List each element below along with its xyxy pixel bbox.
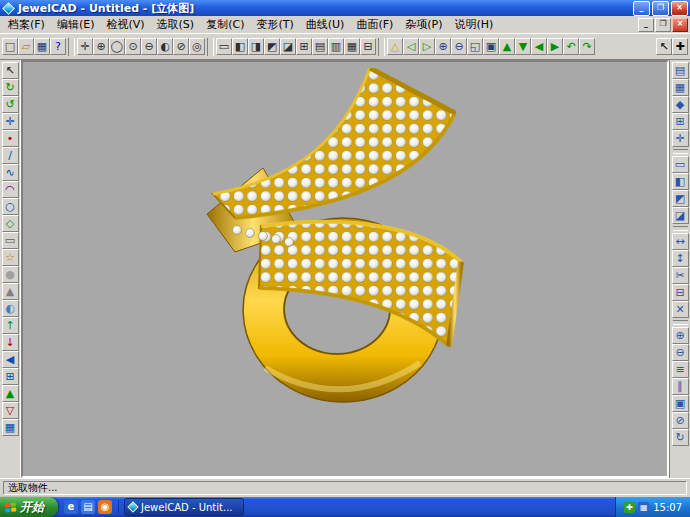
measure-icon[interactable]: ↔ bbox=[672, 233, 689, 250]
viewport-top-icon[interactable]: ◩ bbox=[264, 38, 280, 55]
view-3d-icon[interactable]: ◪ bbox=[672, 207, 689, 224]
surface-tool-icon[interactable]: ◐ bbox=[2, 300, 19, 317]
dimension-icon[interactable]: ↕ bbox=[672, 250, 689, 267]
zoom-extents-icon[interactable]: ▣ bbox=[483, 38, 499, 55]
viewport-right-icon[interactable]: ◨ bbox=[248, 38, 264, 55]
zoom-window-icon[interactable]: ◱ bbox=[467, 38, 483, 55]
snap-cursor-icon[interactable]: ✚ bbox=[672, 38, 688, 55]
center-object-icon[interactable]: ⊙ bbox=[125, 38, 141, 55]
menu-view[interactable]: 检视(V) bbox=[100, 16, 150, 33]
reduce-view-icon[interactable]: ⊖ bbox=[141, 38, 157, 55]
circle-tool-icon[interactable]: ○ bbox=[2, 198, 19, 215]
rotate-cw-tool-icon[interactable]: ↻ bbox=[2, 79, 19, 96]
viewport-3d[interactable] bbox=[21, 60, 669, 478]
mdi-close-button[interactable]: × bbox=[672, 18, 688, 32]
menu-help[interactable]: 说明(H) bbox=[449, 16, 500, 33]
viewport-split-icon[interactable]: ⊟ bbox=[360, 38, 376, 55]
viewport-quad-icon[interactable]: ⊞ bbox=[296, 38, 312, 55]
menu-file[interactable]: 档案(F) bbox=[2, 16, 51, 33]
menu-misc[interactable]: 杂项(P) bbox=[399, 16, 448, 33]
menu-copy[interactable]: 复制(C) bbox=[200, 16, 250, 33]
viewport-grid-icon[interactable]: ▦ bbox=[344, 38, 360, 55]
close-button[interactable]: × bbox=[671, 1, 688, 16]
distribute-icon[interactable]: ∥ bbox=[672, 378, 689, 395]
delete-object-icon[interactable]: ✕ bbox=[672, 301, 689, 318]
arc-tool-icon[interactable]: ◠ bbox=[2, 181, 19, 198]
context-help-icon[interactable]: ? bbox=[50, 38, 66, 55]
viewport-left-icon[interactable]: ◧ bbox=[232, 38, 248, 55]
viewport-rows-icon[interactable]: ▤ bbox=[312, 38, 328, 55]
pan-view-icon[interactable]: ✛ bbox=[77, 38, 93, 55]
extrude-down-tool-icon[interactable]: ↓ bbox=[2, 334, 19, 351]
mdi-minimize-button[interactable]: _ bbox=[638, 18, 654, 32]
menu-surface[interactable]: 曲面(F) bbox=[350, 16, 399, 33]
star-tool-icon[interactable]: ☆ bbox=[2, 249, 19, 266]
point-tool-icon[interactable]: • bbox=[2, 130, 19, 147]
curve-tool-icon[interactable]: ∿ bbox=[2, 164, 19, 181]
tray-network-icon[interactable]: ▦ bbox=[638, 502, 649, 513]
polygon-tool-icon[interactable]: ◇ bbox=[2, 215, 19, 232]
cone-tool-icon[interactable]: ▲ bbox=[2, 283, 19, 300]
tray-antivirus-icon[interactable]: ✚ bbox=[624, 502, 635, 513]
new-file-icon[interactable]: □ bbox=[2, 38, 18, 55]
mdi-restore-button[interactable]: ❐ bbox=[655, 18, 671, 32]
gem-panel-icon[interactable]: ◆ bbox=[672, 96, 689, 113]
zoom-target-icon[interactable]: ⊕ bbox=[93, 38, 109, 55]
select-tool-icon[interactable]: ↖ bbox=[2, 62, 19, 79]
circle-view-icon[interactable]: ◯ bbox=[109, 38, 125, 55]
group-icon[interactable]: ⊕ bbox=[672, 327, 689, 344]
ungroup-icon[interactable]: ⊖ bbox=[672, 344, 689, 361]
save-file-icon[interactable]: ▦ bbox=[34, 38, 50, 55]
rotate-ccw-tool-icon[interactable]: ↺ bbox=[2, 96, 19, 113]
select-cursor-icon[interactable]: ↖ bbox=[656, 38, 672, 55]
pan-left-icon[interactable]: ◀ bbox=[531, 38, 547, 55]
viewport-bottom-icon[interactable]: ◪ bbox=[280, 38, 296, 55]
refresh-icon[interactable]: ↻ bbox=[672, 429, 689, 446]
view-front-icon[interactable]: ▭ bbox=[672, 156, 689, 173]
cut-icon[interactable]: ✂ bbox=[672, 267, 689, 284]
menu-transform[interactable]: 变形(T) bbox=[250, 16, 299, 33]
maximize-button[interactable]: ❐ bbox=[652, 1, 669, 16]
axis-icon[interactable]: ✛ bbox=[672, 130, 689, 147]
sphere-tool-icon[interactable]: ● bbox=[2, 266, 19, 283]
viewport-single-icon[interactable]: ▭ bbox=[216, 38, 232, 55]
pan-down-icon[interactable]: ▼ bbox=[515, 38, 531, 55]
menu-edit[interactable]: 编辑(E) bbox=[51, 16, 101, 33]
ie-quicklaunch-icon[interactable]: e bbox=[64, 500, 78, 514]
view-top-icon[interactable]: ◩ bbox=[672, 190, 689, 207]
viewport-columns-icon[interactable]: ▥ bbox=[328, 38, 344, 55]
copy-object-icon[interactable]: ⊟ bbox=[672, 284, 689, 301]
undo-icon[interactable]: ↶ bbox=[563, 38, 579, 55]
pan-up-icon[interactable]: ▲ bbox=[499, 38, 515, 55]
redo-icon[interactable]: ↷ bbox=[579, 38, 595, 55]
grid-tool-icon[interactable]: ▦ bbox=[2, 419, 19, 436]
align-icon[interactable]: ≡ bbox=[672, 361, 689, 378]
triangle-down-tool-icon[interactable]: ▽ bbox=[2, 402, 19, 419]
hide-object-icon[interactable]: ⊘ bbox=[173, 38, 189, 55]
open-file-icon[interactable]: ▱ bbox=[18, 38, 34, 55]
rectangle-tool-icon[interactable]: ▭ bbox=[2, 232, 19, 249]
rotate-view-icon[interactable]: △ bbox=[387, 38, 403, 55]
lock-icon[interactable]: ▣ bbox=[672, 395, 689, 412]
layer-panel-icon[interactable]: ▤ bbox=[672, 62, 689, 79]
hide-icon[interactable]: ⊘ bbox=[672, 412, 689, 429]
minimize-button[interactable]: _ bbox=[633, 1, 650, 16]
taskbar-app-button[interactable]: JewelCAD - Untit... bbox=[124, 498, 244, 516]
zoom-in-icon[interactable]: ⊕ bbox=[435, 38, 451, 55]
move-tool-icon[interactable]: ✛ bbox=[2, 113, 19, 130]
menu-curve[interactable]: 曲线(U) bbox=[300, 16, 351, 33]
material-panel-icon[interactable]: ▦ bbox=[672, 79, 689, 96]
zoom-out-icon[interactable]: ⊖ bbox=[451, 38, 467, 55]
mirror-tool-icon[interactable]: ◀ bbox=[2, 351, 19, 368]
title-bar[interactable]: JewelCAD - Untitled - [立体图] _ ❐ × bbox=[0, 0, 690, 16]
extrude-up-tool-icon[interactable]: ↑ bbox=[2, 317, 19, 334]
array-tool-icon[interactable]: ⊞ bbox=[2, 368, 19, 385]
start-button[interactable]: 开始 bbox=[0, 497, 58, 517]
menu-select[interactable]: 选取(S) bbox=[151, 16, 201, 33]
media-player-icon[interactable]: ◉ bbox=[98, 500, 112, 514]
show-desktop-icon[interactable]: ▤ bbox=[81, 500, 95, 514]
view-side-icon[interactable]: ◧ bbox=[672, 173, 689, 190]
rotate-left-icon[interactable]: ◁ bbox=[403, 38, 419, 55]
triangle-up-tool-icon[interactable]: ▲ bbox=[2, 385, 19, 402]
ring-size-icon[interactable]: ◎ bbox=[189, 38, 205, 55]
